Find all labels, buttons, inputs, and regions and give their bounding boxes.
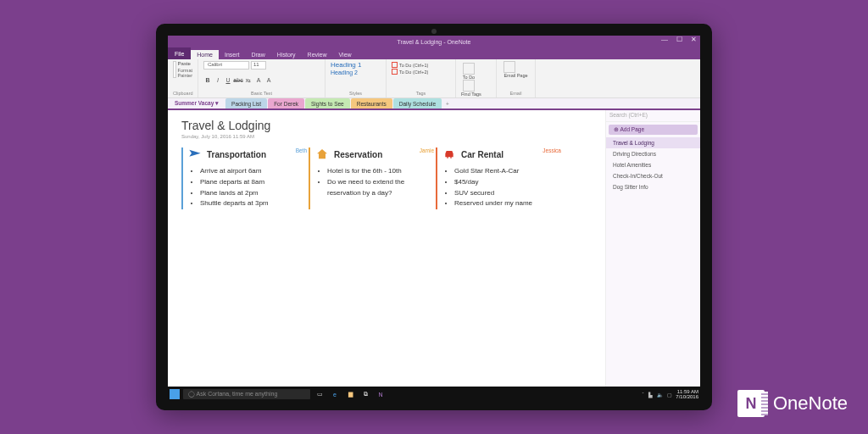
group-label-tags: Tags (392, 91, 450, 96)
list-item[interactable]: Gold Star Rent-A-Car (454, 166, 563, 177)
column-heading: Car Rental (461, 150, 504, 159)
volume-icon[interactable]: 🔈 (657, 392, 663, 398)
author-tag: Jessica (542, 147, 561, 153)
tag-item-2[interactable]: To Do (Ctrl+2) (392, 69, 450, 75)
format-painter-button[interactable]: Format Painter (178, 68, 192, 78)
highlight-button[interactable]: A (264, 76, 273, 85)
page-list-item[interactable]: Hotel Amenities (606, 159, 700, 170)
list-item[interactable]: Plane departs at 8am (200, 177, 309, 188)
list-item[interactable]: SUV secured (454, 188, 563, 199)
file-tab[interactable]: File (168, 47, 191, 59)
note-column-reservation: Jamie Reservation Hotel is for the 6th -… (309, 147, 436, 209)
section-tab[interactable]: Daily Schedule (393, 98, 442, 108)
todo-tag-button[interactable] (463, 63, 475, 75)
brand-name: OneNote (773, 392, 848, 415)
find-tags-button[interactable] (463, 80, 475, 92)
section-tab-bar: Summer Vacay ▾ Packing List For Derek Si… (168, 98, 700, 110)
email-page-button[interactable] (504, 61, 515, 73)
taskbar-clock[interactable]: 11:59 AM7/10/2016 (676, 389, 698, 399)
list-item[interactable]: Shuttle departs at 3pm (200, 198, 309, 209)
window-maximize-button[interactable]: ☐ (676, 36, 682, 43)
underline-button[interactable]: U (224, 76, 232, 85)
note-canvas[interactable]: Travel & Lodging Sunday, July 10, 2016 1… (168, 110, 605, 387)
start-button[interactable] (170, 389, 180, 399)
ribbon-group-basic-text: Calibri 11 B I U abc x₂ A A Basic Text (198, 59, 326, 97)
notebook-dropdown[interactable]: Summer Vacay ▾ (168, 100, 225, 107)
subscript-button[interactable]: x₂ (244, 76, 253, 85)
page-list-panel: Search (Ctrl+E) ⊕ Add Page Travel & Lodg… (605, 110, 700, 387)
action-center-icon[interactable]: ▢ (667, 392, 672, 398)
list-item[interactable]: $45/day (454, 177, 563, 188)
window-titlebar: Travel & Lodging - OneNote — ☐ ✕ (168, 36, 700, 47)
note-column-transportation: Beth Transportation Arrive at airport 6a… (181, 147, 309, 209)
add-page-button[interactable]: ⊕ Add Page (609, 125, 698, 135)
chevron-up-icon[interactable]: ˄ (642, 392, 644, 398)
section-tab[interactable]: Restaurants (351, 98, 392, 108)
car-icon (442, 147, 456, 161)
tag-label-1: To Do (Ctrl+1) (399, 63, 428, 68)
author-tag: Beth (296, 147, 307, 153)
section-tab[interactable]: For Derek (268, 98, 304, 108)
list-item[interactable]: Plane lands at 2pm (200, 188, 309, 199)
list-item[interactable]: Do we need to extend the reservation by … (327, 177, 436, 199)
window-close-button[interactable]: ✕ (691, 36, 697, 43)
cortana-search-input[interactable]: ◯ Ask Cortana, time me anything (183, 389, 310, 399)
file-explorer-icon[interactable]: ▆ (344, 388, 356, 400)
page-title[interactable]: Travel & Lodging (181, 119, 592, 132)
add-section-button[interactable]: + (442, 101, 453, 107)
task-view-button[interactable]: ▭ (314, 388, 326, 400)
email-page-label: Email Page (502, 73, 530, 78)
section-tab[interactable]: Packing List (225, 98, 267, 108)
note-list: Arrive at airport 6am Plane departs at 8… (200, 166, 309, 209)
font-family-select[interactable]: Calibri (203, 61, 249, 70)
bold-button[interactable]: B (203, 76, 212, 85)
window-minimize-button[interactable]: — (661, 36, 668, 43)
page-list-item[interactable]: Dog Sitter Info (606, 181, 700, 192)
tab-history[interactable]: History (271, 50, 302, 59)
note-list: Hotel is for the 6th - 10th Do we need t… (327, 166, 436, 198)
group-label-email: Email (502, 91, 530, 96)
style-heading1[interactable]: Heading 1 (331, 61, 381, 69)
page-list-item[interactable]: Check-In/Check-Out (606, 170, 700, 181)
ribbon-group-tag-actions: To Do Find Tags (456, 59, 497, 97)
system-tray[interactable]: ˄ ▙ 🔈 ▢ (642, 392, 672, 398)
list-item[interactable]: Arrive at airport 6am (200, 166, 309, 177)
checkbox-icon (392, 69, 398, 75)
onenote-taskbar-icon[interactable]: N (375, 388, 387, 400)
italic-button[interactable]: I (214, 76, 222, 85)
tab-draw[interactable]: Draw (245, 50, 270, 59)
section-tab[interactable]: Sights to See (305, 98, 350, 108)
find-tags-label: Find Tags (461, 92, 481, 97)
page-list-item[interactable]: Driving Directions (606, 148, 700, 159)
font-color-button[interactable]: A (254, 76, 263, 85)
list-item[interactable]: Hotel is for the 6th - 10th (327, 166, 436, 177)
ribbon-tab-strip: File Home Insert Draw History Review Vie… (168, 47, 700, 59)
paste-label: Paste (178, 61, 192, 66)
edge-icon[interactable]: e (329, 388, 341, 400)
network-icon[interactable]: ▙ (648, 392, 653, 398)
page-date: Sunday, July 10, 2016 11:59 AM (181, 134, 592, 139)
tab-home[interactable]: Home (191, 50, 219, 59)
tag-item-1[interactable]: To Do (Ctrl+1) (392, 62, 450, 68)
page-list-item[interactable]: Travel & Lodging (606, 137, 700, 148)
tab-insert[interactable]: Insert (219, 50, 246, 59)
store-icon[interactable]: ⧉ (359, 388, 371, 400)
column-heading: Transportation (207, 150, 266, 159)
tab-review[interactable]: Review (302, 50, 333, 59)
airplane-icon (188, 147, 202, 161)
list-item[interactable]: Reserved under my name (454, 198, 563, 209)
note-column-car-rental: Jessica Car Rental Gold Star Rent-A-Car … (436, 147, 563, 209)
strike-button[interactable]: abc (234, 76, 242, 85)
tab-view[interactable]: View (333, 50, 358, 59)
house-icon (315, 147, 329, 161)
author-tag: Jamie (420, 147, 434, 153)
ribbon-group-email: Email Page Email (497, 59, 536, 97)
style-heading2[interactable]: Heading 2 (331, 70, 381, 75)
tag-label-2: To Do (Ctrl+2) (399, 70, 428, 75)
search-pages-input[interactable]: Search (Ctrl+E) (606, 110, 700, 122)
font-size-select[interactable]: 11 (251, 61, 266, 70)
screen: Travel & Lodging - OneNote — ☐ ✕ File Ho… (168, 36, 700, 402)
brand-mark: N OneNote (737, 390, 848, 417)
group-label-clipboard: Clipboard (173, 91, 192, 96)
paste-button[interactable] (173, 61, 176, 78)
